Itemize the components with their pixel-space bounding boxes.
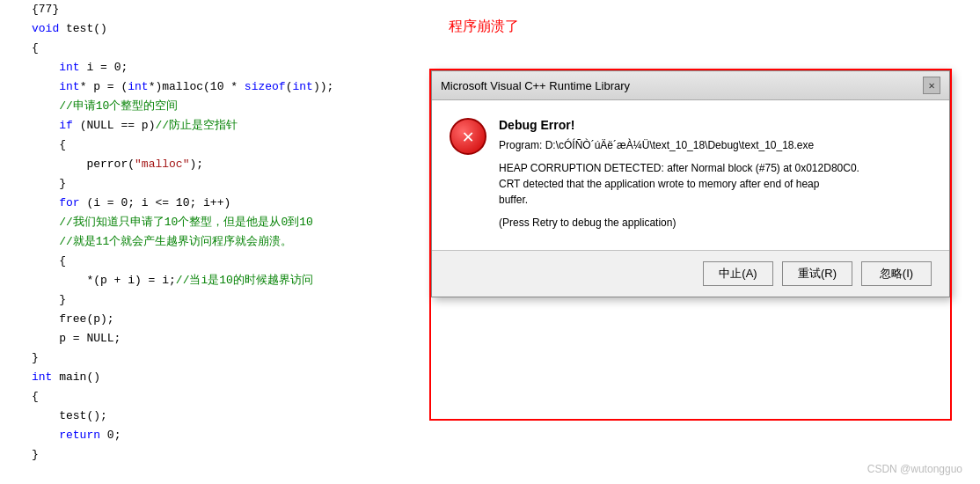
code-text: *(p + i) = i;//当i是10的时候越界访问 bbox=[25, 271, 313, 290]
code-text: { bbox=[25, 252, 66, 271]
crash-label: 程序崩溃了 bbox=[449, 18, 962, 36]
code-text: } bbox=[25, 348, 39, 368]
code-text: { bbox=[25, 136, 66, 155]
close-button[interactable]: ✕ bbox=[923, 77, 940, 94]
code-line: □ int main() bbox=[0, 368, 431, 387]
code-text: } bbox=[25, 445, 39, 465]
code-line: } bbox=[0, 174, 431, 194]
code-text: {77} bbox=[25, 0, 59, 19]
code-line: int* p = (int*)malloc(10 * sizeof(int)); bbox=[0, 77, 431, 97]
code-editor: {77} void test() □ { int i = 0; int* p =… bbox=[0, 0, 431, 484]
code-text: int main() bbox=[25, 368, 100, 387]
error-title: Debug Error! bbox=[499, 118, 932, 132]
code-text: free(p); bbox=[25, 310, 114, 329]
code-line: □ { bbox=[0, 136, 431, 155]
dialog-titlebar: Microsoft Visual C++ Runtime Library ✕ bbox=[432, 71, 949, 100]
code-line: {77} bbox=[0, 0, 431, 19]
error-row: ✕ Debug Error! Program: D:\cÓÍÑÒ´úÄë´æÀ¼… bbox=[450, 118, 932, 229]
code-text: //申请10个整型的空间 bbox=[25, 97, 178, 116]
error-text-block: Debug Error! Program: D:\cÓÍÑÒ´úÄë´æÀ¼Ü\… bbox=[499, 118, 932, 229]
error-program: Program: D:\cÓÍÑÒ´úÄë´æÀ¼Ü\text_10_18\De… bbox=[499, 139, 932, 151]
code-line: if (NULL == p)//防止是空指针 bbox=[0, 116, 431, 136]
code-line: □ for (i = 0; i <= 10; i++) bbox=[0, 194, 431, 213]
abort-button[interactable]: 中止(A) bbox=[703, 261, 773, 286]
code-line: test(); bbox=[0, 407, 431, 426]
code-line: } bbox=[0, 290, 431, 310]
dialog-title: Microsoft Visual C++ Runtime Library bbox=[441, 79, 630, 92]
error-hint: (Press Retry to debug the application) bbox=[499, 216, 932, 229]
code-line: { bbox=[0, 252, 431, 271]
code-line: void test() bbox=[0, 19, 431, 39]
code-line: □ { bbox=[0, 39, 431, 58]
code-line: int i = 0; bbox=[0, 58, 431, 77]
code-text: { bbox=[25, 387, 39, 407]
error-icon: ✕ bbox=[450, 118, 486, 155]
code-line: } bbox=[0, 348, 431, 368]
code-text: perror("malloc"); bbox=[25, 155, 203, 174]
code-text: for (i = 0; i <= 10; i++) bbox=[25, 194, 230, 213]
code-line: □ { bbox=[0, 387, 431, 407]
code-text: p = NULL; bbox=[25, 329, 121, 348]
code-text: //就是11个就会产生越界访问程序就会崩溃。 bbox=[25, 232, 292, 252]
code-text: int i = 0; bbox=[25, 58, 128, 77]
dialog-body: ✕ Debug Error! Program: D:\cÓÍÑÒ´úÄë´æÀ¼… bbox=[432, 100, 949, 250]
retry-button[interactable]: 重试(R) bbox=[782, 261, 852, 286]
code-text: } bbox=[25, 290, 66, 310]
code-text: //我们知道只申请了10个整型，但是他是从0到10 bbox=[25, 213, 313, 232]
code-text: return 0; bbox=[25, 426, 121, 445]
code-text: if (NULL == p)//防止是空指针 bbox=[25, 116, 238, 136]
code-text: test(); bbox=[25, 407, 107, 426]
code-text: { bbox=[25, 39, 39, 58]
code-line: //就是11个就会产生越界访问程序就会崩溃。 bbox=[0, 232, 431, 252]
code-text: void test() bbox=[25, 19, 107, 39]
code-line: } bbox=[0, 445, 431, 465]
error-detail: HEAP CORRUPTION DETECTED: after Normal b… bbox=[499, 160, 932, 208]
code-text: int* p = (int*)malloc(10 * sizeof(int)); bbox=[25, 77, 333, 97]
code-line: //我们知道只申请了10个整型，但是他是从0到10 bbox=[0, 213, 431, 232]
code-line: p = NULL; bbox=[0, 329, 431, 348]
code-line: *(p + i) = i;//当i是10的时候越界访问 bbox=[0, 271, 431, 290]
code-line: //申请10个整型的空间 bbox=[0, 97, 431, 116]
code-line: perror("malloc"); bbox=[0, 155, 431, 174]
code-line: return 0; bbox=[0, 426, 431, 445]
error-dialog: Microsoft Visual C++ Runtime Library ✕ ✕… bbox=[431, 70, 950, 297]
dialog-footer: 中止(A) 重试(R) 忽略(I) bbox=[432, 250, 949, 297]
code-line: free(p); bbox=[0, 310, 431, 329]
ignore-button[interactable]: 忽略(I) bbox=[861, 261, 932, 286]
csdn-watermark: CSDN @wutongguo bbox=[867, 463, 962, 475]
code-text: } bbox=[25, 174, 66, 194]
